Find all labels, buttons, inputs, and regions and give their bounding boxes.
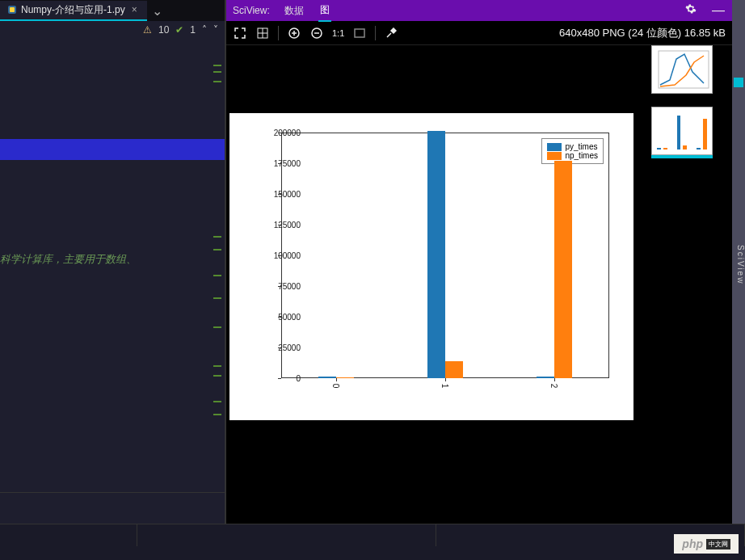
thumbnail-active[interactable]: × [651, 107, 732, 155]
divider [0, 492, 225, 493]
tab-data[interactable]: 数据 [283, 1, 305, 21]
bar [427, 131, 445, 378]
chevron-down-icon[interactable]: ⌄ [147, 3, 167, 19]
fullscreen-icon[interactable] [233, 26, 247, 40]
bar [445, 361, 463, 378]
warning-icon: ⚠ [143, 24, 152, 36]
bar [318, 377, 336, 378]
bar [336, 377, 354, 378]
chevron-down-icon[interactable]: ˅ [213, 24, 218, 36]
watermark-suffix: 中文网 [706, 539, 730, 549]
ratio-label[interactable]: 1:1 [332, 26, 344, 40]
legend-label: py_times [565, 142, 597, 151]
editor-tabs: Numpy-介绍与应用-1.py × ⌄ [0, 0, 225, 21]
legend-item: py_times [547, 142, 598, 151]
minimize-icon[interactable]: — [711, 3, 726, 18]
sciview-side-label: SciView [736, 245, 745, 284]
legend: py_times np_times [541, 138, 604, 164]
python-file-icon [6, 4, 18, 15]
eyedropper-icon[interactable] [384, 26, 398, 40]
editor-pane: Numpy-介绍与应用-1.py × ⌄ ⚠ 10 ✔ 1 ˄ ˅ 科学计算库，… [0, 0, 225, 524]
thumbnail[interactable]: × [651, 45, 732, 94]
sciview-header: SciView: 数据 图 — [226, 0, 732, 21]
svg-rect-5 [355, 29, 364, 37]
chart-figure: py_times np_times 0250005000075000100000… [229, 113, 633, 420]
grid-icon[interactable] [255, 26, 270, 40]
tab-image[interactable]: 图 [318, 0, 331, 22]
x-tick-label: 2 [550, 384, 559, 389]
warning-count: 10 [158, 24, 169, 36]
editor-gutter [210, 36, 225, 520]
x-tick-label: 1 [440, 384, 449, 389]
thumbnail-list: × × [651, 45, 732, 168]
image-toolbar: 1:1 640x480 PNG (24 位颜色) 16.85 kB [226, 21, 732, 45]
line-chart-thumb [652, 46, 712, 93]
sciview-stripe-icon [734, 78, 743, 87]
gear-icon[interactable] [684, 3, 698, 18]
selection-highlight [0, 139, 225, 160]
zoom-in-icon[interactable] [287, 26, 301, 40]
sciview-title: SciView: [233, 5, 270, 16]
inspection-status: ⚠ 10 ✔ 1 ˄ ˅ [0, 21, 225, 39]
x-tick-label: 0 [331, 384, 340, 389]
zoom-out-icon[interactable] [309, 26, 324, 40]
fit-icon[interactable] [352, 26, 367, 40]
bar-chart-thumb [652, 107, 712, 154]
legend-item: np_times [547, 151, 598, 160]
bar [554, 161, 572, 378]
active-indicator [651, 155, 713, 158]
tool-window-stripe[interactable]: SciView [732, 0, 745, 524]
bar [537, 377, 554, 378]
editor-tab[interactable]: Numpy-介绍与应用-1.py × [0, 1, 147, 21]
tab-filename: Numpy-介绍与应用-1.py [21, 3, 125, 17]
legend-label: np_times [565, 151, 598, 160]
check-icon: ✔ [175, 24, 183, 36]
watermark: php 中文网 [674, 534, 739, 554]
code-comment: 科学计算库，主要用于数组、 [0, 252, 137, 267]
svg-rect-1 [10, 7, 15, 12]
sciview-pane: SciView: 数据 图 — 1:1 640x480 PNG (24 位颜色 [225, 0, 732, 524]
status-bar: php 中文网 [0, 524, 745, 560]
image-info: 640x480 PNG (24 位颜色) 16.85 kB [559, 26, 726, 40]
check-count: 1 [190, 24, 196, 36]
close-icon[interactable]: × [128, 4, 141, 15]
watermark-brand: php [682, 537, 703, 550]
chevron-up-icon[interactable]: ˄ [202, 24, 207, 36]
